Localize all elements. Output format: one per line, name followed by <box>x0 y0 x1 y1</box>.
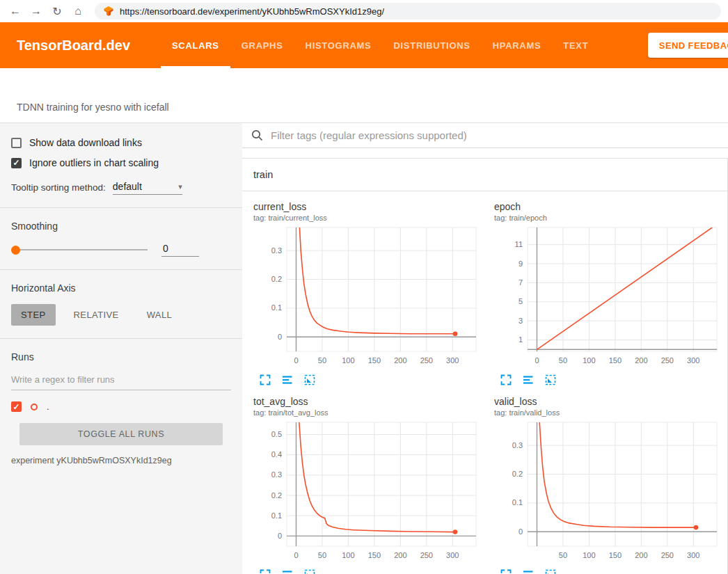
browser-toolbar: ← → ↻ ⌂ https://tensorboard.dev/experime… <box>0 0 728 22</box>
svg-text:0.3: 0.3 <box>512 441 523 449</box>
svg-text:5: 5 <box>519 297 523 305</box>
dropdown-caret-icon: ▾ <box>178 182 182 191</box>
checkbox-label: Show data download links <box>29 137 142 148</box>
forward-icon[interactable]: → <box>28 5 45 17</box>
ignore-outliers-checkbox[interactable]: ✓ Ignore outliers in chart scaling <box>11 157 231 168</box>
settings-sidebar: ✓ Show data download links ✓ Ignore outl… <box>0 123 242 574</box>
scalars-main-panel: train current_loss tag: train/current_lo… <box>242 123 728 574</box>
tab-distributions[interactable]: DISTRIBUTIONS <box>382 22 481 68</box>
line-chart[interactable]: 5010015020025030000.10.20.3 <box>494 418 724 567</box>
address-bar[interactable]: https://tensorboard.dev/experiment/yKUbh… <box>95 3 721 19</box>
svg-text:250: 250 <box>661 356 674 365</box>
home-icon[interactable]: ⌂ <box>70 5 86 17</box>
checkbox-icon: ✓ <box>11 158 22 168</box>
log-scale-icon[interactable] <box>281 374 294 386</box>
log-scale-icon[interactable] <box>522 374 535 386</box>
chart-card-current-loss: current_loss tag: train/current_loss 050… <box>253 201 483 388</box>
chart-tag: tag: train/epoch <box>494 214 724 222</box>
run-color-ring-icon[interactable] <box>31 404 38 410</box>
sidebar-divider <box>0 207 242 208</box>
svg-text:0: 0 <box>519 527 523 536</box>
log-scale-icon[interactable] <box>522 568 535 574</box>
show-download-links-checkbox[interactable]: ✓ Show data download links <box>11 137 231 148</box>
run-list-item: ✓ . <box>11 401 231 412</box>
tab-text[interactable]: TEXT <box>552 22 599 68</box>
svg-text:100: 100 <box>583 551 595 559</box>
svg-text:200: 200 <box>394 551 406 559</box>
send-feedback-button[interactable]: SEND FEEDBACK <box>648 33 728 58</box>
svg-text:0: 0 <box>278 333 282 341</box>
axis-relative-button[interactable]: RELATIVE <box>64 304 129 326</box>
checkbox-icon: ✓ <box>11 138 22 148</box>
svg-text:250: 250 <box>420 356 433 365</box>
experiment-note: experiment yKUbhb5wRmOSXYkId1z9eg <box>11 456 231 465</box>
chart-title: tot_avg_loss <box>253 396 483 407</box>
svg-text:250: 250 <box>420 551 433 559</box>
svg-text:300: 300 <box>687 551 699 559</box>
slider-thumb[interactable] <box>11 246 20 255</box>
svg-text:200: 200 <box>394 356 406 365</box>
svg-text:9: 9 <box>519 260 523 268</box>
tooltip-sorting-dropdown[interactable]: default ▾ <box>113 181 182 195</box>
tooltip-sorting-value: default <box>113 181 142 192</box>
svg-text:0.5: 0.5 <box>271 430 282 438</box>
svg-text:0.2: 0.2 <box>271 275 282 283</box>
chart-card-valid-loss: valid_loss tag: train/valid_loss 5010015… <box>494 396 724 574</box>
expand-chart-icon[interactable] <box>259 568 271 574</box>
main-nav: SCALARS GRAPHS HISTOGRAMS DISTRIBUTIONS … <box>161 22 599 68</box>
expand-chart-icon[interactable] <box>259 374 271 386</box>
runs-filter-input[interactable] <box>11 369 231 390</box>
runs-label: Runs <box>11 351 231 362</box>
check-icon: ✓ <box>13 159 19 167</box>
smoothing-label: Smoothing <box>11 221 231 232</box>
experiment-title-bar: TDNN training for yesno with icefall <box>0 68 728 122</box>
fit-domain-icon[interactable] <box>303 374 316 386</box>
run-checkbox[interactable]: ✓ <box>11 401 22 412</box>
svg-text:50: 50 <box>318 356 326 365</box>
svg-text:300: 300 <box>446 356 459 365</box>
tooltip-sorting-label: Tooltip sorting method: <box>11 182 106 195</box>
svg-text:300: 300 <box>687 356 699 365</box>
svg-text:100: 100 <box>583 356 595 365</box>
tensorboard-favicon <box>103 6 114 17</box>
check-icon: ✓ <box>13 403 19 411</box>
checkbox-label: Ignore outliers in chart scaling <box>29 157 159 168</box>
fit-domain-icon[interactable] <box>303 568 316 574</box>
chart-title: epoch <box>494 201 724 212</box>
svg-text:0.1: 0.1 <box>271 511 282 520</box>
tag-filter-input[interactable] <box>269 129 720 142</box>
fit-domain-icon[interactable] <box>544 374 557 386</box>
svg-text:11: 11 <box>515 240 523 248</box>
axis-wall-button[interactable]: WALL <box>137 304 182 326</box>
tab-scalars[interactable]: SCALARS <box>161 22 230 68</box>
svg-text:150: 150 <box>368 356 381 365</box>
smoothing-value[interactable]: 0 <box>161 243 199 257</box>
svg-text:0.2: 0.2 <box>512 470 523 478</box>
tag-group-title[interactable]: train <box>242 159 727 191</box>
line-chart[interactable]: 05010015020025030000.10.20.3 <box>253 223 483 372</box>
brand-logo[interactable]: TensorBoard.dev <box>17 22 130 68</box>
toggle-all-runs-button[interactable]: TOGGLE ALL RUNS <box>19 423 223 445</box>
line-chart[interactable]: 0501001502002503001357911 <box>494 223 724 372</box>
tag-group-card: train current_loss tag: train/current_lo… <box>242 158 728 574</box>
reload-icon[interactable]: ↻ <box>49 5 65 18</box>
tab-hparams[interactable]: HPARAMS <box>482 22 553 68</box>
smoothing-slider[interactable] <box>11 245 148 255</box>
slider-track <box>11 249 148 250</box>
expand-chart-icon[interactable] <box>500 374 512 386</box>
svg-text:1: 1 <box>519 335 523 344</box>
experiment-title: TDNN training for yesno with icefall <box>17 102 169 113</box>
url-text: https://tensorboard.dev/experiment/yKUbh… <box>120 6 384 17</box>
expand-chart-icon[interactable] <box>500 568 512 574</box>
chart-tag: tag: train/current_loss <box>253 214 483 222</box>
svg-text:0: 0 <box>535 356 539 365</box>
svg-text:50: 50 <box>318 551 326 559</box>
log-scale-icon[interactable] <box>281 568 294 574</box>
back-icon[interactable]: ← <box>7 5 24 17</box>
tab-graphs[interactable]: GRAPHS <box>230 22 294 68</box>
sidebar-divider <box>0 269 242 270</box>
axis-step-button[interactable]: STEP <box>11 304 56 326</box>
tab-histograms[interactable]: HISTOGRAMS <box>294 22 383 68</box>
fit-domain-icon[interactable] <box>544 568 557 574</box>
line-chart[interactable]: 05010015020025030000.10.20.30.40.5 <box>253 418 483 567</box>
